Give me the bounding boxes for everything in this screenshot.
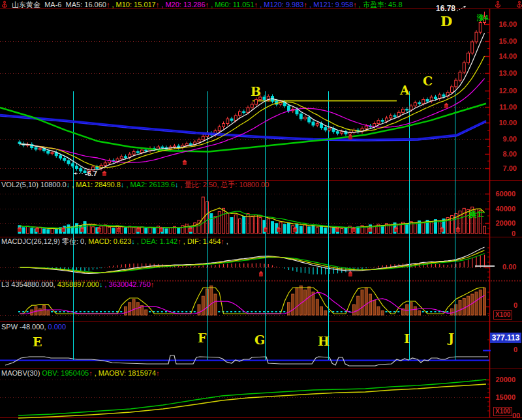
obv-value: OBV: 1950405 xyxy=(42,369,89,377)
marker-letter-I: I xyxy=(404,333,410,345)
dif-value: , DIF: 1.454 xyxy=(183,237,221,245)
l3-v3: , 3630042.750 xyxy=(104,280,150,288)
anchor-icon xyxy=(3,1,7,7)
svg-text:40000: 40000 xyxy=(495,205,515,213)
vol-ratio: , 量比: 2.50, 总手: 10800.00 xyxy=(181,181,269,188)
macd-header: MACDJC(26,12,9) 零位: 0, MACD: 0.623↓ , DE… xyxy=(1,237,228,246)
maobv-name: MAOBV(30) xyxy=(1,369,42,377)
down-arrow-icon: ↓ xyxy=(175,181,179,188)
marker-letter-C: C xyxy=(423,75,433,87)
l3-v2: 4358897.000 xyxy=(57,280,99,288)
spw-zero-label: 0 xyxy=(514,346,517,353)
volume-ma-lines xyxy=(20,208,485,229)
svg-text:11.00: 11.00 xyxy=(499,103,517,111)
main-header: 山东黄金 MA-6 MA5: 16.060↑ , M10: 15.017↑ , … xyxy=(12,1,403,9)
svg-text:10.00: 10.00 xyxy=(499,119,517,127)
up-arrow-icon: ↑ xyxy=(151,280,155,288)
svg-text:14.00: 14.00 xyxy=(499,52,517,60)
trading-app-window: 16.0015.0014.0013.0012.0011.0010.009.008… xyxy=(0,0,522,420)
svg-text:20000: 20000 xyxy=(495,376,515,383)
macd-name: MACDJC(26,12,9) 零位: 0, xyxy=(1,237,86,245)
ma5-value: MA5: 16.060 xyxy=(66,1,106,8)
m120-value: , M120: 9.983 xyxy=(260,1,303,8)
marker-letter-B: B xyxy=(251,85,261,98)
anchor-icon xyxy=(517,1,522,7)
down-arrow-icon: ↓ xyxy=(67,181,70,188)
volume-bars xyxy=(18,197,486,233)
up-arrow-icon: ↑ xyxy=(106,1,110,8)
svg-text:7.00: 7.00 xyxy=(503,164,517,172)
volume-header: VOL2(5,10) 10800.0↓ , MA1: 28490.8↓ , MA… xyxy=(1,181,269,189)
maobv-value: , MAOBV: 1815974 xyxy=(95,369,156,377)
spw-v2: 0.000 xyxy=(48,323,67,331)
spw-name: SPW -48.000, xyxy=(1,323,46,331)
svg-text:15000: 15000 xyxy=(495,393,515,401)
svg-text:8.00: 8.00 xyxy=(503,150,517,158)
price-axis: 16.0015.0014.0013.0012.0011.0010.009.008… xyxy=(485,8,517,417)
anchor-icon xyxy=(496,1,500,7)
up-arrow-icon: ↑ xyxy=(353,1,357,8)
l3-scale-box: X100 xyxy=(493,310,512,320)
m121-value: , M121: 9.958 xyxy=(309,1,353,8)
up-arrow-icon: ↑ xyxy=(221,237,224,245)
down-arrow-icon: ↓ xyxy=(99,280,103,288)
up-arrow-icon: ↑ xyxy=(206,1,209,8)
marker-letter-J: J xyxy=(448,332,454,344)
svg-text:20000: 20000 xyxy=(495,219,515,227)
up-arrow-icon: ↑ xyxy=(156,369,160,377)
vol-ma1: , MA1: 28490.8 xyxy=(72,181,121,188)
dea-value: , DEA: 1.142 xyxy=(137,237,177,245)
up-arrow-icon: ↑ xyxy=(177,237,181,245)
macd-value: MACD: 0.623 xyxy=(88,237,131,245)
high-price-label: 16.78 xyxy=(436,5,455,12)
turnover-label: 换1. xyxy=(468,211,484,218)
up-arrow-icon: ↑ xyxy=(303,1,307,8)
m60-value: , M60: 11.051 xyxy=(211,1,254,8)
maobv-header: MAOBV(30) OBV: 1950405↑ , MAOBV: 1815974… xyxy=(1,369,160,378)
svg-text:12.00: 12.00 xyxy=(499,87,517,95)
macd-lines xyxy=(20,247,495,273)
up-arrow-icon: ↑ xyxy=(89,369,93,377)
m20-value: , M20: 13.286 xyxy=(161,1,205,8)
up-arrow-icon: ↑ xyxy=(254,1,258,8)
macd-axis xyxy=(485,248,489,277)
marker-letter-F: F xyxy=(198,332,207,344)
maobv-scale-box: X100 xyxy=(493,407,512,416)
maobv-lines xyxy=(18,380,486,418)
stock-title: 山东黄金 xyxy=(12,1,40,8)
svg-text:60000: 60000 xyxy=(495,190,515,198)
price-ma-lines xyxy=(0,33,486,170)
rise-percent-label: 涨4. xyxy=(477,14,490,22)
m10-value: , M10: 15.017 xyxy=(112,1,155,8)
spw-header: SPW -48.000, 0.000 xyxy=(1,323,66,331)
pe-ratio: , 市盈率: 45.8 xyxy=(359,1,403,8)
marker-letter-A: A xyxy=(400,84,410,97)
vol-name: VOL2(5,10) 10800.0 xyxy=(1,181,67,188)
svg-text:16.00: 16.00 xyxy=(499,20,517,28)
panel-separators xyxy=(0,9,522,418)
chart-canvas[interactable]: 16.0015.0014.0013.0012.0011.0010.009.008… xyxy=(0,0,522,420)
l3-name: L3 4354880.000, xyxy=(1,280,55,288)
svg-text:0: 0 xyxy=(512,230,515,237)
down-arrow-icon: ↓ xyxy=(131,237,135,245)
svg-text:13.00: 13.00 xyxy=(499,69,517,77)
marker-letter-G: G xyxy=(254,334,265,346)
maobv-corner-label: 00 xyxy=(512,412,520,419)
spw-value-badge: 377.113 xyxy=(490,333,521,343)
marker-letter-D: D xyxy=(440,14,452,28)
l3-bars xyxy=(18,286,486,315)
down-arrow-icon: ↓ xyxy=(121,181,125,188)
period-label: MA-6 xyxy=(44,1,61,8)
svg-text:15.00: 15.00 xyxy=(499,37,517,45)
vol-ma2: , MA2: 26139.6 xyxy=(126,181,175,188)
macd-zero-label: 0.00 xyxy=(502,263,516,271)
l3-header: L3 4354880.000, 4358897.000↓ , 3630042.7… xyxy=(1,280,154,289)
marker-letter-E: E xyxy=(33,336,42,348)
low-price-label: -6.7 xyxy=(85,170,97,177)
svg-text:9.00: 9.00 xyxy=(503,135,517,143)
l3-zero-label: 0 xyxy=(514,302,517,309)
marker-letter-H: H xyxy=(318,335,330,348)
up-arrow-icon: ↑ xyxy=(156,1,160,8)
